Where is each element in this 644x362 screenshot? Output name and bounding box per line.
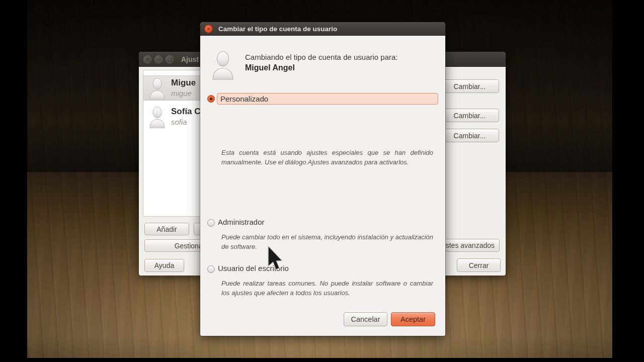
maximize-icon[interactable]: ▢ [166, 55, 174, 63]
user-name: Sofía C [171, 107, 201, 117]
letterbox-bottom [0, 358, 644, 362]
change-account-type-dialog: ✕ Cambiar el tipo de cuenta de usuario C… [200, 22, 445, 336]
user-name: Migue [171, 78, 196, 88]
dialog-titlebar[interactable]: ✕ Cambiar el tipo de cuenta de usuario [200, 22, 445, 36]
option-personalizado-description: Esta cuenta está usando ajustes especial… [221, 148, 433, 167]
radio-personalizado[interactable] [207, 95, 215, 103]
option-usuario-escritorio-description: Puede realizar tareas comunes. No puede … [221, 279, 433, 298]
dialog-close-icon[interactable]: ✕ [204, 25, 213, 33]
video-frame: ✕ ─ ▢ Ajust Migue migue Sofía C sofia [0, 0, 644, 362]
accept-button[interactable]: Aceptar [391, 312, 435, 326]
user-avatar-icon [148, 106, 167, 128]
pillarbox-right [612, 0, 644, 362]
radio-administrador[interactable] [207, 219, 215, 227]
dialog-title: Cambiar el tipo de cuenta de usuario [218, 22, 337, 36]
radio-usuario-escritorio[interactable] [207, 265, 215, 273]
minimize-icon[interactable]: ─ [154, 55, 163, 63]
option-administrador-label[interactable]: Administrador [218, 218, 265, 226]
dialog-header-text: Cambiando el tipo de cuenta de usuario p… [245, 53, 398, 61]
option-administrador-description: Puede cambiar todo en el sistema, incluy… [221, 232, 433, 251]
user-icon-large [210, 51, 235, 80]
option-personalizado-label[interactable]: Personalizado [217, 93, 438, 105]
help-button[interactable]: Ayuda [144, 259, 184, 272]
users-window-title: Ajust [181, 52, 199, 67]
change-password-button[interactable]: Cambiar... [440, 129, 499, 142]
cancel-button[interactable]: Cancelar [344, 312, 387, 326]
change-account-type-button[interactable]: Cambiar... [440, 79, 499, 93]
user-username: migue [171, 89, 192, 98]
add-user-button[interactable]: Añadir [144, 223, 189, 235]
user-username: sofia [171, 118, 187, 126]
cursor-pointer-icon [265, 245, 284, 274]
pillarbox-left [0, 0, 27, 362]
close-window-button[interactable]: Cerrar [457, 258, 501, 272]
user-avatar-icon [148, 77, 167, 100]
dialog-header-username: Miguel Angel [245, 63, 295, 72]
change-language-button[interactable]: Cambiar... [440, 109, 499, 122]
close-icon[interactable]: ✕ [143, 55, 151, 63]
